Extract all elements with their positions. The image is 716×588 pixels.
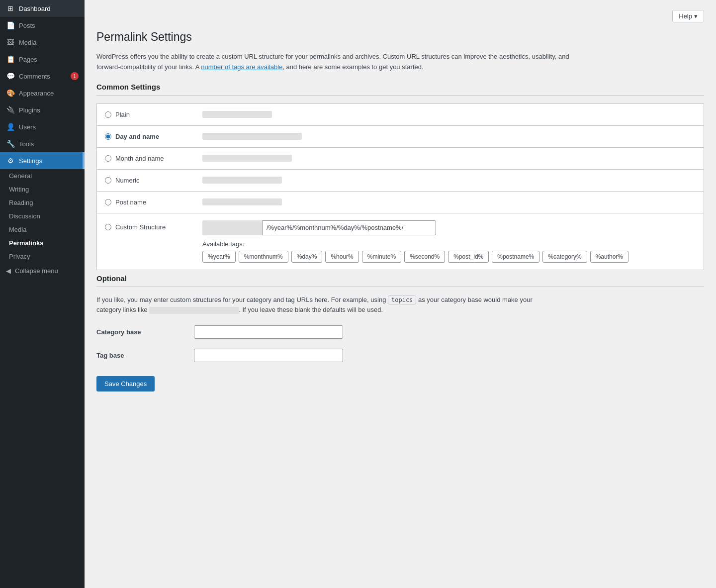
tag-%day%[interactable]: %day% [291,251,323,263]
sidebar-label-plugins: Plugins [19,106,40,114]
tag-%author%[interactable]: %author% [590,251,628,263]
dashboard-icon: ⊞ [6,4,15,13]
collapse-label: Collapse menu [15,267,58,275]
permalink-option-custom: Custom Structure Available tags: %year%%… [96,213,704,270]
radio-month_name[interactable] [105,155,111,162]
sidebar-item-users[interactable]: 👤 Users [0,118,85,135]
category-base-input[interactable] [194,325,343,339]
sidebar-item-comments[interactable]: 💬 Comments 1 [0,68,85,85]
radio-numeric[interactable] [105,177,111,184]
tag-base-label: Tag base [96,352,186,359]
url-preview-numeric [202,177,282,184]
option-label-numeric: Numeric [115,177,139,184]
sidebar-label-dashboard: Dashboard [19,5,51,12]
submenu-item-media[interactable]: Media [0,223,85,236]
settings-submenu: GeneralWritingReadingDiscussionMediaPerm… [0,169,85,263]
collapse-menu-button[interactable]: ◀Collapse menu [0,263,85,279]
sidebar-label-media: Media [19,39,36,46]
tag-%monthnum%[interactable]: %monthnum% [239,251,288,263]
tags-link[interactable]: number of tags are available [201,63,282,71]
posts-icon: 📄 [6,21,15,30]
category-base-row: Category base [96,325,704,339]
sidebar-label-tools: Tools [19,140,34,148]
custom-prefix-preview [202,220,262,235]
sidebar-item-tools[interactable]: 🔧 Tools [0,135,85,152]
submenu-item-general[interactable]: General [0,169,85,183]
sidebar-label-comments: Comments [19,73,50,80]
badge-comments: 1 [71,72,79,80]
topics-code: topics [388,295,416,304]
chevron-down-icon: ▾ [694,12,698,20]
tag-%post_id%[interactable]: %post_id% [448,251,489,263]
radio-post_name[interactable] [105,199,111,205]
sidebar-item-posts[interactable]: 📄 Posts [0,17,85,34]
page-description: WordPress offers you the ability to crea… [96,52,594,73]
permalink-option-numeric: Numeric [96,169,704,191]
radio-label-numeric[interactable]: Numeric [105,177,194,184]
option-label-month_name: Month and name [115,155,164,162]
tag-%second%[interactable]: %second% [404,251,445,263]
url-preview-day_name [202,133,302,140]
help-button[interactable]: Help ▾ [672,10,704,22]
submenu-item-permalinks[interactable]: Permalinks [0,236,85,250]
sidebar-item-settings[interactable]: ⚙ Settings [0,152,85,169]
radio-custom[interactable] [105,224,111,230]
users-icon: 👤 [6,122,15,131]
common-settings-title: Common Settings [96,83,704,96]
option-label-plain: Plain [115,111,130,118]
submenu-item-discussion[interactable]: Discussion [0,209,85,223]
available-tags-label: Available tags: [202,240,244,248]
option-label-day_name: Day and name [115,133,159,140]
sidebar: ⊞ Dashboard 📄 Posts 🖼 Media 📋 Pages 💬 Co… [0,0,85,588]
tag-%postname%[interactable]: %postname% [492,251,539,263]
save-button[interactable]: Save Changes [96,376,155,392]
appearance-icon: 🎨 [6,89,15,98]
plugins-icon: 🔌 [6,105,15,114]
radio-day_name[interactable] [105,133,111,140]
submenu-item-reading[interactable]: Reading [0,196,85,209]
optional-description: If you like, you may enter custom struct… [96,295,544,316]
radio-label-month_name[interactable]: Month and name [105,155,194,162]
radio-label-post_name[interactable]: Post name [105,198,194,206]
collapse-icon: ◀ [6,267,11,275]
tag-%year%[interactable]: %year% [202,251,236,263]
sidebar-item-appearance[interactable]: 🎨 Appearance [0,85,85,101]
permalink-option-day_name: Day and name [96,125,704,147]
sidebar-label-pages: Pages [19,56,37,63]
custom-input-row [202,220,696,235]
permalink-option-plain: Plain [96,103,704,125]
radio-plain[interactable] [105,111,111,118]
media-icon: 🖼 [6,38,15,47]
tag-%hour%[interactable]: %hour% [325,251,358,263]
sidebar-item-plugins[interactable]: 🔌 Plugins [0,101,85,118]
sidebar-label-users: Users [19,123,36,131]
radio-label-custom[interactable]: Custom Structure [105,220,194,231]
sidebar-label-settings: Settings [19,157,42,165]
submenu-item-privacy[interactable]: Privacy [0,250,85,263]
custom-structure-wrapper: Available tags: %year%%monthnum%%day%%ho… [202,220,696,263]
available-tags-section: Available tags: %year%%monthnum%%day%%ho… [202,240,696,263]
url-preview-plain [202,111,272,118]
sidebar-label-posts: Posts [19,22,35,29]
custom-structure-input[interactable] [262,220,436,235]
page-title: Permalink Settings [96,30,704,44]
tag-%category%[interactable]: %category% [542,251,587,263]
option-label-custom: Custom Structure [115,223,166,231]
sidebar-item-pages[interactable]: 📋 Pages [0,51,85,68]
submenu-item-writing[interactable]: Writing [0,183,85,196]
main-content: Help ▾ Permalink Settings WordPress offe… [85,0,716,588]
desc-after: , and here are some examples to get you … [282,63,423,71]
optional-section: Optional If you like, you may enter cust… [96,274,704,392]
tag-%minute%[interactable]: %minute% [362,251,401,263]
sidebar-item-dashboard[interactable]: ⊞ Dashboard [0,0,85,17]
tag-base-input[interactable] [194,349,343,362]
optional-title: Optional [96,274,704,287]
tags-row: %year%%monthnum%%day%%hour%%minute%%seco… [202,251,696,263]
help-label: Help [679,12,692,20]
sidebar-item-media[interactable]: 🖼 Media [0,34,85,51]
radio-label-day_name[interactable]: Day and name [105,133,194,140]
sidebar-label-appearance: Appearance [19,90,54,97]
permalink-option-month_name: Month and name [96,147,704,169]
radio-label-plain[interactable]: Plain [105,111,194,118]
permalink-option-post_name: Post name [96,191,704,213]
